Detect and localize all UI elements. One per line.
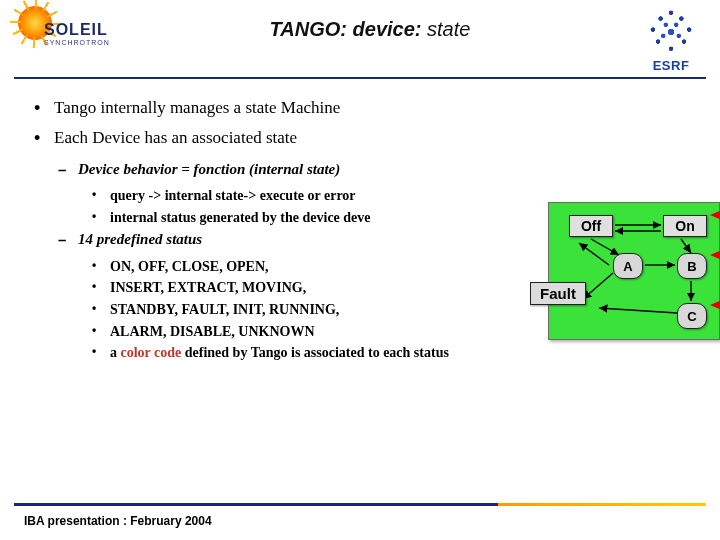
soleil-word: SOLEIL <box>44 22 108 38</box>
slide-header: SOLEIL SYNCHROTRON TANGO: device: state … <box>0 0 720 73</box>
red-arrow-icon <box>710 300 720 310</box>
svg-line-6 <box>681 239 691 253</box>
colorcode-post: defined by Tango is associated to each s… <box>181 345 449 360</box>
svg-line-2 <box>591 239 619 255</box>
diagram-board: Off On A B C <box>548 202 720 340</box>
esrf-logo: ESRF <box>636 8 706 73</box>
subbullet-predefined-text: 14 predefined status <box>78 231 202 247</box>
state-on: On <box>663 215 707 237</box>
soleil-logo: SOLEIL SYNCHROTRON <box>14 8 104 62</box>
red-arrow-icon <box>710 250 720 260</box>
colorcode-word: color code <box>121 345 182 360</box>
state-b: B <box>677 253 707 279</box>
esrf-label: ESRF <box>636 58 706 73</box>
state-fault: Fault <box>530 282 586 305</box>
colorcode-pre: a <box>110 345 121 360</box>
svg-line-7 <box>583 273 613 299</box>
esrf-graphic-icon <box>645 8 697 56</box>
title-tail: state <box>427 18 470 40</box>
footer-text: IBA presentation : February 2004 <box>24 514 212 528</box>
slide-title: TANGO: device: state <box>104 8 636 41</box>
state-a: A <box>613 253 643 279</box>
title-bold: device: <box>353 18 427 40</box>
svg-line-3 <box>579 243 609 265</box>
subbullet-behavior-text: Device behavior = fonction (internal sta… <box>78 161 340 177</box>
state-off: Off <box>569 215 613 237</box>
state-c: C <box>677 303 707 329</box>
svg-line-8 <box>599 308 677 313</box>
state-diagram: Off On A B C Fault <box>538 190 720 360</box>
soleil-subtitle: SYNCHROTRON <box>44 39 110 46</box>
red-arrow-icon <box>710 210 720 220</box>
title-prefix: TANGO: <box>270 18 353 40</box>
bullet-1: Tango internally manages a state Machine <box>34 95 692 121</box>
footer-divider <box>14 503 706 506</box>
bullet-2-text: Each Device has an associated state <box>54 128 297 147</box>
